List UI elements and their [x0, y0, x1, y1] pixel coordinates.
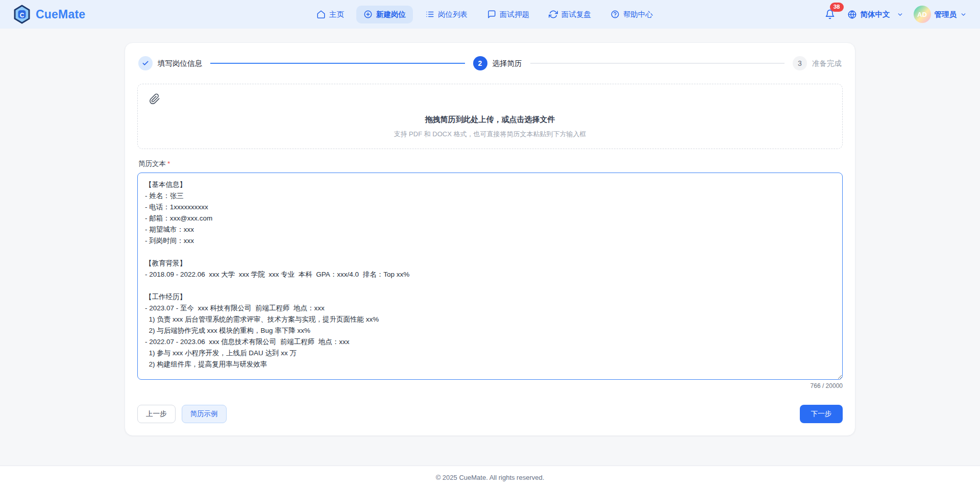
step-3-number: 3: [793, 56, 807, 70]
chevron-down-icon: [960, 11, 967, 18]
nav-item-label: 帮助中心: [623, 10, 653, 19]
app-header: C CueMate 主页 新建岗位 岗位列表 面试押: [0, 0, 980, 29]
nav-item-interview-review[interactable]: 面试复盘: [542, 6, 598, 23]
list-icon: [425, 10, 434, 19]
plus-circle-icon: [363, 10, 373, 19]
nav-item-help-center[interactable]: 帮助中心: [603, 6, 660, 23]
nav-item-position-list[interactable]: 岗位列表: [418, 6, 475, 23]
nav-item-label: 面试押题: [500, 10, 529, 19]
upload-hint: 拖拽简历到此处上传，或点击选择文件 支持 PDF 和 DOCX 格式，也可直接将…: [138, 115, 842, 139]
nav-item-label: 主页: [329, 10, 344, 19]
step-1-job-info: 填写岗位信息: [138, 56, 202, 70]
step-2-select-resume: 2 选择简历: [473, 56, 522, 70]
wizard-card: 填写岗位信息 2 选择简历 3 准备完成 拖拽简历到此处上传，或点击选择文件 支…: [125, 42, 855, 436]
step-2-number: 2: [473, 56, 487, 70]
user-role-label: 管理员: [935, 10, 957, 19]
step-connector-done: [210, 63, 465, 64]
copyright-text: © 2025 CueMate. All rights reserved.: [436, 474, 545, 481]
help-circle-icon: [610, 10, 620, 19]
chevron-down-icon: [897, 11, 903, 18]
language-label: 简体中文: [861, 10, 890, 19]
step-connector-todo: [530, 63, 785, 64]
globe-icon: [847, 10, 857, 19]
notifications-button[interactable]: 38: [823, 7, 837, 21]
language-selector[interactable]: 简体中文: [847, 10, 903, 19]
resume-example-button[interactable]: 简历示例: [182, 405, 227, 423]
nav-item-home[interactable]: 主页: [309, 6, 351, 23]
nav-item-label: 面试复盘: [561, 10, 591, 19]
refresh-icon: [549, 10, 558, 19]
nav-item-label: 新建岗位: [376, 10, 406, 19]
upload-subtitle: 支持 PDF 和 DOCX 格式，也可直接将简历文本粘贴到下方输入框: [138, 130, 842, 139]
step-2-label: 选择简历: [493, 59, 522, 68]
page-footer: © 2025 CueMate. All rights reserved.: [0, 466, 980, 489]
wizard-actions: 上一步 简历示例 下一步: [137, 405, 843, 423]
required-asterisk: *: [167, 160, 170, 167]
home-icon: [316, 10, 326, 19]
step-3-label: 准备完成: [812, 59, 842, 68]
char-counter: 766 / 20000: [137, 382, 843, 389]
main-nav: 主页 新建岗位 岗位列表 面试押题 面试复盘: [146, 6, 822, 23]
main-content: 填写岗位信息 2 选择简历 3 准备完成 拖拽简历到此处上传，或点击选择文件 支…: [0, 29, 980, 470]
user-menu[interactable]: AD 管理员: [914, 6, 967, 23]
svg-text:C: C: [20, 12, 24, 19]
step-1-label: 填写岗位信息: [158, 59, 202, 68]
next-step-button[interactable]: 下一步: [800, 405, 843, 423]
nav-item-interview-questions[interactable]: 面试押题: [480, 6, 536, 23]
nav-item-new-position[interactable]: 新建岗位: [356, 6, 413, 23]
resume-upload-dropzone[interactable]: 拖拽简历到此处上传，或点击选择文件 支持 PDF 和 DOCX 格式，也可直接将…: [137, 84, 843, 149]
avatar: AD: [914, 6, 931, 23]
previous-step-button[interactable]: 上一步: [137, 405, 176, 423]
resume-text-label: 简历文本*: [138, 159, 842, 168]
nav-item-label: 岗位列表: [438, 10, 468, 19]
paperclip-icon: [149, 93, 160, 105]
upload-title: 拖拽简历到此处上传，或点击选择文件: [138, 115, 842, 125]
resume-text-input[interactable]: [137, 173, 843, 380]
chat-icon: [487, 10, 496, 19]
brand-logo[interactable]: C CueMate: [13, 5, 85, 24]
notification-badge: 38: [830, 3, 844, 12]
step-indicator: 填写岗位信息 2 选择简历 3 准备完成: [138, 56, 842, 70]
header-right-controls: 38 简体中文 AD 管理员: [823, 6, 967, 23]
step-3-finish: 3 准备完成: [793, 56, 842, 70]
step-1-check-icon: [138, 56, 153, 70]
cuemate-logo-icon: C: [13, 5, 31, 24]
brand-name: CueMate: [36, 8, 85, 21]
